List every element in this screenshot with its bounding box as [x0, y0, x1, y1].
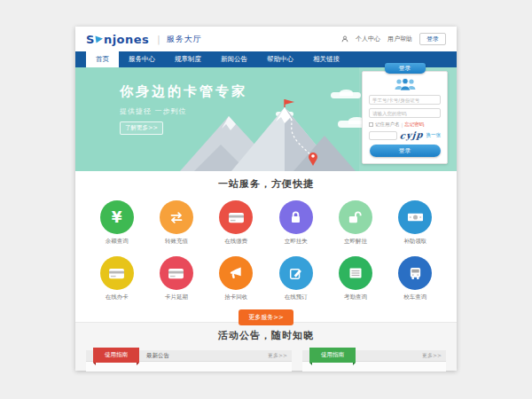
user-help-link[interactable]: 用户帮助 — [387, 35, 412, 43]
lock-icon — [279, 200, 313, 234]
tab-bar-left: 使用指南 最新公告 更多>> — [86, 350, 292, 362]
service-label: 立即挂失 — [266, 238, 325, 246]
service-item[interactable]: 在线办卡 — [87, 256, 146, 301]
service-label: 校车查询 — [386, 293, 445, 301]
service-label: 在线预订 — [266, 293, 325, 301]
announcement-panels: 使用指南 最新公告 更多>> 使用指南 更多>> — [75, 350, 457, 372]
service-item[interactable]: 拾卡回收 — [207, 256, 266, 301]
service-label: 拾卡回收 — [207, 293, 266, 301]
more-services-button[interactable]: 更多服务>> — [239, 309, 293, 325]
card-icon — [100, 256, 134, 290]
service-label: 转账充值 — [146, 238, 206, 246]
login-tab[interactable]: 登录 — [385, 63, 426, 74]
service-label: 补助领取 — [386, 238, 445, 246]
personal-center-link[interactable]: 个人中心 — [356, 35, 380, 43]
announcements-title: 活动公告，随时知晓 — [75, 329, 457, 342]
login-submit-button[interactable]: 登录 — [370, 145, 441, 157]
tab-usage-guide[interactable]: 使用指南 — [93, 348, 139, 363]
users-icon — [394, 78, 417, 91]
service-item[interactable]: 在线缴费 — [207, 200, 266, 246]
logo-arrow-icon — [95, 35, 103, 43]
cloud-icon — [331, 92, 361, 98]
service-label: 余额查询 — [87, 238, 146, 246]
person-icon — [341, 35, 348, 43]
nav-item[interactable]: 帮助中心 — [257, 51, 303, 67]
page: S njones | 服务大厅 个人中心 用户帮助 登录 首页服务中心规章制度新… — [75, 27, 457, 371]
services-title: 一站服务，方便快捷 — [75, 177, 457, 191]
service-label: 立即解挂 — [325, 238, 385, 246]
remember-checkbox[interactable] — [369, 122, 373, 127]
logo-text-s: S — [86, 33, 95, 46]
site-name: 服务大厅 — [167, 34, 202, 45]
options-separator: | — [402, 122, 403, 128]
hero-title: 你身边的卡管专家 — [120, 83, 247, 100]
services-section: 一站服务，方便快捷 ¥余额查询转账充值在线缴费立即挂失立即解挂补助领取在线办卡卡… — [75, 171, 457, 322]
login-options: 记住用户名 | 忘记密码 — [369, 121, 441, 128]
captcha-image[interactable]: cyjp — [399, 129, 424, 140]
card-icon — [219, 200, 253, 234]
service-item[interactable]: 立即解挂 — [325, 200, 385, 246]
service-label: 在线办卡 — [87, 293, 146, 301]
password-input[interactable] — [369, 108, 441, 118]
announcement-panel-right: 使用指南 更多>> — [302, 350, 446, 372]
panel-body-right — [302, 362, 446, 372]
card-icon — [160, 256, 193, 290]
captcha-row: cyjp 换一张 — [369, 130, 441, 140]
list-icon — [339, 256, 372, 290]
screenshot-canvas: S njones | 服务大厅 个人中心 用户帮助 登录 首页服务中心规章制度新… — [0, 0, 532, 399]
hero-text: 你身边的卡管专家 提供捷径 一步到位 了解更多>> — [120, 83, 247, 135]
service-item[interactable]: ¥余额查询 — [87, 200, 146, 246]
edit-icon — [279, 256, 313, 290]
logo[interactable]: S njones — [86, 33, 149, 46]
service-item[interactable]: 考勤查询 — [325, 256, 385, 301]
tab-usage-guide-right[interactable]: 使用指南 — [309, 348, 356, 363]
login-card: 记住用户名 | 忘记密码 cyjp 换一张 登录 — [362, 71, 448, 164]
username-input[interactable] — [369, 95, 441, 105]
login-panel: 登录 记住用户名 | 忘记密码 cyjp — [362, 63, 448, 164]
service-label: 卡片延期 — [146, 293, 206, 301]
captcha-refresh-link[interactable]: 换一张 — [426, 132, 442, 138]
bus-icon — [398, 256, 432, 290]
service-grid: ¥余额查询转账充值在线缴费立即挂失立即解挂补助领取在线办卡卡片延期拾卡回收在线预… — [87, 200, 445, 301]
nav-item[interactable]: 新闻公告 — [211, 51, 257, 67]
hero-cta-button[interactable]: 了解更多>> — [120, 121, 163, 135]
logo-text-rest: njones — [104, 33, 149, 46]
transfer-icon — [160, 200, 193, 234]
header-right: 个人中心 用户帮助 登录 — [341, 33, 446, 45]
service-label: 考勤查询 — [325, 293, 385, 301]
captcha-input[interactable] — [369, 131, 397, 140]
announcements-section: 活动公告，随时知晓 使用指南 最新公告 更多>> 使用指南 更多>> — [75, 322, 457, 371]
service-label: 在线缴费 — [207, 238, 266, 246]
announcement-panel-left: 使用指南 最新公告 更多>> — [86, 350, 292, 372]
service-item[interactable]: 转账充值 — [146, 200, 206, 246]
more-link-right[interactable]: 更多>> — [422, 352, 442, 360]
site-header: S njones | 服务大厅 个人中心 用户帮助 登录 — [75, 27, 457, 51]
tab-latest-notices[interactable]: 最新公告 — [146, 352, 169, 360]
banknote-icon — [398, 200, 432, 234]
logo-divider: | — [157, 35, 160, 44]
unlock-icon — [339, 200, 372, 234]
forgot-password-link[interactable]: 忘记密码 — [404, 121, 424, 128]
service-item[interactable]: 在线预订 — [266, 256, 325, 301]
nav-item[interactable]: 服务中心 — [119, 51, 165, 67]
more-link-left[interactable]: 更多>> — [268, 352, 287, 360]
service-item[interactable]: 立即挂失 — [266, 200, 325, 246]
nav-item[interactable]: 首页 — [86, 51, 119, 67]
service-item[interactable]: 卡片延期 — [146, 256, 206, 301]
remember-label: 记住用户名 — [375, 121, 400, 128]
header-login-button[interactable]: 登录 — [419, 33, 446, 45]
hero-subtitle: 提供捷径 一步到位 — [120, 106, 247, 116]
nav-item[interactable]: 规章制度 — [165, 51, 211, 67]
service-item[interactable]: 补助领取 — [386, 200, 445, 246]
megaphone-icon — [219, 256, 253, 290]
nav-item[interactable]: 相关链接 — [303, 51, 349, 67]
yuan-icon: ¥ — [100, 200, 134, 234]
panel-body-left — [86, 362, 292, 372]
tab-bar-right: 使用指南 更多>> — [302, 350, 446, 362]
service-item[interactable]: 校车查询 — [386, 256, 445, 301]
